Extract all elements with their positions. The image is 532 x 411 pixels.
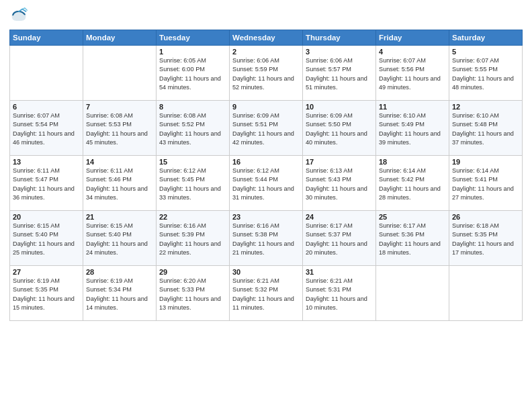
week-row-5: 27Sunrise: 6:19 AMSunset: 5:35 PMDayligh… [10, 266, 523, 321]
daylight-text: Daylight: 11 hours and 33 minutes. [159, 185, 226, 203]
day-number: 14 [86, 158, 153, 166]
daylight-text: Daylight: 11 hours and 11 minutes. [232, 295, 300, 313]
day-info: Sunrise: 6:20 AMSunset: 5:33 PMDaylight:… [159, 277, 226, 312]
weekday-header-row: SundayMondayTuesdayWednesdayThursdayFrid… [10, 30, 523, 46]
day-cell: 1Sunrise: 6:05 AMSunset: 6:00 PMDaylight… [157, 46, 230, 101]
sunrise-text: Sunrise: 6:11 AM [86, 167, 153, 175]
daylight-text: Daylight: 11 hours and 46 minutes. [13, 130, 80, 148]
calendar-table: SundayMondayTuesdayWednesdayThursdayFrid… [9, 30, 523, 321]
daylight-text: Daylight: 11 hours and 15 minutes. [13, 295, 80, 313]
day-info: Sunrise: 6:07 AMSunset: 5:54 PMDaylight:… [13, 111, 80, 147]
day-number: 29 [159, 268, 226, 276]
sunrise-text: Sunrise: 6:09 AM [232, 111, 300, 120]
day-number: 13 [13, 158, 80, 166]
day-info: Sunrise: 6:17 AMSunset: 5:37 PMDaylight:… [306, 222, 373, 257]
sunset-text: Sunset: 5:48 PM [452, 120, 519, 129]
day-info: Sunrise: 6:14 AMSunset: 5:41 PMDaylight:… [452, 167, 519, 202]
sunrise-text: Sunrise: 6:05 AM [159, 56, 226, 65]
daylight-text: Daylight: 11 hours and 34 minutes. [86, 185, 153, 203]
day-number: 21 [86, 213, 153, 221]
sunset-text: Sunset: 5:38 PM [232, 230, 300, 239]
day-number: 11 [379, 103, 446, 111]
day-cell: 10Sunrise: 6:09 AMSunset: 5:50 PMDayligh… [303, 101, 376, 156]
sunset-text: Sunset: 5:50 PM [306, 120, 373, 129]
day-number: 12 [452, 103, 519, 111]
day-cell: 28Sunrise: 6:19 AMSunset: 5:34 PMDayligh… [83, 266, 157, 321]
daylight-text: Daylight: 11 hours and 17 minutes. [452, 240, 519, 258]
day-number: 5 [452, 48, 519, 56]
sunrise-text: Sunrise: 6:07 AM [13, 111, 80, 120]
day-cell: 24Sunrise: 6:17 AMSunset: 5:37 PMDayligh… [303, 211, 376, 266]
logo-icon [9, 7, 28, 26]
day-info: Sunrise: 6:12 AMSunset: 5:44 PMDaylight:… [232, 167, 300, 202]
day-cell [83, 46, 157, 101]
day-cell: 21Sunrise: 6:15 AMSunset: 5:40 PMDayligh… [83, 211, 157, 266]
sunrise-text: Sunrise: 6:11 AM [13, 167, 80, 175]
daylight-text: Daylight: 11 hours and 49 minutes. [379, 75, 446, 93]
sunset-text: Sunset: 5:54 PM [13, 120, 80, 129]
sunrise-text: Sunrise: 6:08 AM [86, 111, 153, 120]
sunrise-text: Sunrise: 6:21 AM [306, 277, 373, 285]
daylight-text: Daylight: 11 hours and 51 minutes. [306, 75, 373, 93]
sunset-text: Sunset: 5:40 PM [13, 230, 80, 239]
day-number: 22 [159, 213, 226, 221]
daylight-text: Daylight: 11 hours and 39 minutes. [379, 130, 446, 148]
day-number: 1 [159, 48, 226, 56]
day-cell: 9Sunrise: 6:09 AMSunset: 5:51 PMDaylight… [230, 101, 303, 156]
day-info: Sunrise: 6:21 AMSunset: 5:32 PMDaylight:… [232, 277, 300, 312]
day-info: Sunrise: 6:06 AMSunset: 5:57 PMDaylight:… [306, 56, 373, 92]
sunset-text: Sunset: 5:42 PM [379, 175, 446, 184]
sunrise-text: Sunrise: 6:17 AM [306, 222, 373, 230]
sunset-text: Sunset: 5:59 PM [232, 65, 300, 74]
day-number: 17 [306, 158, 373, 166]
day-cell: 25Sunrise: 6:17 AMSunset: 5:36 PMDayligh… [376, 211, 449, 266]
logo [9, 7, 31, 26]
day-number: 19 [452, 158, 519, 166]
sunset-text: Sunset: 5:31 PM [306, 285, 373, 294]
daylight-text: Daylight: 11 hours and 36 minutes. [13, 185, 80, 203]
day-info: Sunrise: 6:16 AMSunset: 5:38 PMDaylight:… [232, 222, 300, 257]
daylight-text: Daylight: 11 hours and 14 minutes. [86, 295, 153, 313]
weekday-header-thursday: Thursday [303, 30, 376, 46]
day-cell: 12Sunrise: 6:10 AMSunset: 5:48 PMDayligh… [449, 101, 523, 156]
day-cell: 6Sunrise: 6:07 AMSunset: 5:54 PMDaylight… [10, 101, 83, 156]
daylight-text: Daylight: 11 hours and 27 minutes. [452, 185, 519, 203]
day-number: 15 [159, 158, 226, 166]
sunrise-text: Sunrise: 6:09 AM [306, 111, 373, 120]
daylight-text: Daylight: 11 hours and 10 minutes. [306, 295, 373, 313]
day-info: Sunrise: 6:06 AMSunset: 5:59 PMDaylight:… [232, 56, 300, 92]
weekday-header-sunday: Sunday [10, 30, 83, 46]
sunset-text: Sunset: 5:44 PM [232, 175, 300, 184]
sunrise-text: Sunrise: 6:19 AM [86, 277, 153, 285]
daylight-text: Daylight: 11 hours and 43 minutes. [159, 130, 226, 148]
day-cell: 17Sunrise: 6:13 AMSunset: 5:43 PMDayligh… [303, 156, 376, 211]
day-cell: 16Sunrise: 6:12 AMSunset: 5:44 PMDayligh… [230, 156, 303, 211]
sunset-text: Sunset: 5:33 PM [159, 285, 226, 294]
day-info: Sunrise: 6:08 AMSunset: 5:53 PMDaylight:… [86, 111, 153, 147]
week-row-1: 1Sunrise: 6:05 AMSunset: 6:00 PMDaylight… [10, 46, 523, 101]
week-row-2: 6Sunrise: 6:07 AMSunset: 5:54 PMDaylight… [10, 101, 523, 156]
day-cell: 29Sunrise: 6:20 AMSunset: 5:33 PMDayligh… [157, 266, 230, 321]
daylight-text: Daylight: 11 hours and 40 minutes. [306, 130, 373, 148]
day-number: 4 [379, 48, 446, 56]
week-row-4: 20Sunrise: 6:15 AMSunset: 5:40 PMDayligh… [10, 211, 523, 266]
day-info: Sunrise: 6:12 AMSunset: 5:45 PMDaylight:… [159, 167, 226, 202]
day-info: Sunrise: 6:08 AMSunset: 5:52 PMDaylight:… [159, 111, 226, 147]
daylight-text: Daylight: 11 hours and 21 minutes. [232, 240, 300, 258]
day-number: 23 [232, 213, 300, 221]
day-number: 3 [306, 48, 373, 56]
weekday-header-tuesday: Tuesday [157, 30, 230, 46]
sunrise-text: Sunrise: 6:14 AM [379, 167, 446, 175]
sunrise-text: Sunrise: 6:15 AM [86, 222, 153, 230]
sunset-text: Sunset: 5:37 PM [306, 230, 373, 239]
day-info: Sunrise: 6:11 AMSunset: 5:47 PMDaylight:… [13, 167, 80, 202]
sunset-text: Sunset: 5:41 PM [452, 175, 519, 184]
daylight-text: Daylight: 11 hours and 52 minutes. [232, 75, 300, 93]
sunrise-text: Sunrise: 6:17 AM [379, 222, 446, 230]
sunrise-text: Sunrise: 6:06 AM [306, 56, 373, 65]
sunset-text: Sunset: 5:32 PM [232, 285, 300, 294]
day-number: 16 [232, 158, 300, 166]
day-cell: 11Sunrise: 6:10 AMSunset: 5:49 PMDayligh… [376, 101, 449, 156]
day-cell: 14Sunrise: 6:11 AMSunset: 5:46 PMDayligh… [83, 156, 157, 211]
day-number: 30 [232, 268, 300, 276]
